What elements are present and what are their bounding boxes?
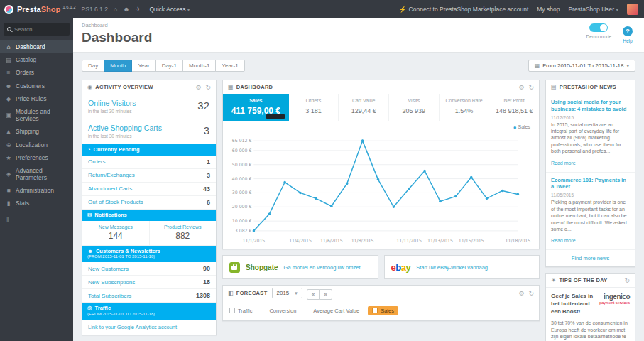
forecast-legend-traffic[interactable]: Traffic	[229, 308, 252, 314]
sidebar-item-orders[interactable]: ≡Orders	[0, 66, 73, 79]
read-more-link[interactable]: Read more	[551, 161, 576, 166]
news-article-title[interactable]: Using social media for your business: 4 …	[551, 99, 630, 113]
forecast-year-select[interactable]: 2015▾	[272, 288, 302, 298]
topbar: PrestaShop 1.6.1.2 PS1.6.1.2 ⌂ ☻ ✈ Quick…	[0, 0, 644, 18]
sidebar-item-price-rules[interactable]: ◆Price Rules	[0, 92, 73, 105]
refresh-icon[interactable]: ↻	[528, 290, 534, 297]
read-more-link[interactable]: Read more	[551, 238, 576, 243]
profile-icon[interactable]: ☻	[123, 6, 129, 13]
sidebar-item-dashboard[interactable]: ⌂Dashboard	[0, 40, 73, 53]
sidebar-item-advanced-parameters[interactable]: ◈Advanced Parameters	[0, 164, 73, 184]
date-filter-bar: Day Month Year Day-1 Month-1 Year-1 ▦ Fr…	[73, 53, 644, 72]
demo-mode-toggle[interactable]: Demo mode	[586, 23, 611, 43]
news-icon: ▤	[551, 84, 557, 90]
quick-access-menu[interactable]: Quick Access ▾	[149, 6, 190, 13]
pending-row-out-of-stock[interactable]: Out of Stock Products6	[82, 196, 216, 210]
date-range-picker[interactable]: ▦ From 2015-11-01 To 2015-11-18 ▾	[528, 60, 635, 72]
svg-text:20 000 €: 20 000 €	[232, 204, 252, 209]
product-reviews-cell[interactable]: Product Reviews 882	[149, 221, 217, 245]
gear-icon[interactable]: ⚙	[518, 290, 524, 297]
plug-icon: ⚡	[399, 6, 407, 13]
forecast-legend-average-cart-value[interactable]: Average Cart Value	[305, 308, 359, 314]
store-icon[interactable]: ⌂	[114, 6, 117, 13]
find-more-news-link[interactable]: Find more news	[546, 250, 635, 266]
sidebar-item-modules[interactable]: ▣Modules and Services	[0, 105, 73, 125]
range-year-button[interactable]: Year	[131, 60, 155, 72]
new-messages-cell[interactable]: New Messages 144	[82, 221, 149, 245]
sidebar-item-label: Modules and Services	[16, 108, 68, 122]
pending-row-returns[interactable]: Return/Exchanges3	[82, 169, 216, 183]
kpi-conversion-rate[interactable]: Conversion Rate 1.54%	[440, 94, 490, 121]
collapse-menu-icon[interactable]: ‖	[0, 210, 73, 229]
chart-legend-dot: ●	[513, 124, 517, 131]
kpi-sales[interactable]: Sales 411 759,00 €	[223, 94, 289, 121]
sidebar-item-stats[interactable]: ▮Stats	[0, 197, 73, 210]
ebay-promo-link[interactable]: Start uw eBay-winkel vandaag	[416, 264, 488, 271]
tip-headline: Geef je Sales in het buitenland een Boos…	[551, 293, 595, 315]
forecast-legend-conversion[interactable]: Conversion	[261, 308, 296, 314]
news-article: Ecommerce 101: Payments in a Tweet 11/05…	[546, 173, 635, 251]
range-button-group: Day Month Year Day-1 Month-1 Year-1	[82, 60, 245, 72]
forecast-next-button[interactable]: »	[319, 289, 332, 300]
pending-row-orders[interactable]: Orders1	[82, 156, 216, 169]
sidebar-item-localization[interactable]: ⊕Localization	[0, 139, 73, 151]
toggle-switch[interactable]	[589, 23, 608, 32]
forecast-legend-sales[interactable]: Sales	[368, 306, 398, 315]
pending-row-abandoned-carts[interactable]: Abandoned Carts43	[82, 183, 216, 196]
user-menu[interactable]: PrestaShop User ▾	[568, 6, 618, 13]
help-icon[interactable]: ?	[623, 26, 633, 36]
news-article-title[interactable]: Ecommerce 101: Payments in a Tweet	[551, 177, 630, 191]
refresh-icon[interactable]: ↻	[624, 277, 630, 284]
range-month-1-button[interactable]: Month-1	[182, 60, 216, 72]
svg-text:50 000 €: 50 000 €	[232, 162, 252, 167]
sun-icon: ☀	[551, 277, 556, 283]
gear-icon[interactable]: ⚙	[195, 84, 201, 91]
sidebar-item-administration[interactable]: ■Administration	[0, 184, 73, 197]
gear-icon[interactable]: ⚙	[518, 84, 524, 91]
chevron-down-icon: ▾	[187, 7, 190, 12]
activity-icon: ◉	[87, 84, 92, 90]
kpi-orders[interactable]: Orders 3 181	[289, 94, 339, 121]
kpi-row: Sales 411 759,00 € Orders 3 181 Cart Val…	[223, 94, 539, 121]
sidebar-item-label: Preferences	[16, 154, 48, 161]
kpi-cart-value[interactable]: Cart Value 129,44 €	[339, 94, 389, 121]
main-content: Dashboard Dashboard Demo mode ? Help Day…	[73, 18, 644, 341]
range-month-button[interactable]: Month	[104, 60, 132, 72]
chevron-down-icon: ▾	[616, 7, 618, 12]
svg-text:40 000 €: 40 000 €	[232, 176, 252, 181]
checkbox-icon	[305, 308, 310, 313]
sidebar-item-customers[interactable]: ☻Customers	[0, 80, 73, 92]
dashboard-icon: ⌂	[5, 43, 12, 50]
sidebar-item-shipping[interactable]: ▲Shipping	[0, 125, 73, 138]
user-avatar[interactable]	[627, 4, 638, 15]
range-year-1-button[interactable]: Year-1	[215, 60, 244, 72]
active-carts-value: 3	[204, 124, 209, 136]
range-day-button[interactable]: Day	[82, 60, 104, 72]
row-total-subscribers[interactable]: Total Subscribers1308	[82, 289, 216, 303]
price-rules-icon: ◆	[5, 95, 12, 102]
news-panel-title: ▤PrestaShop News	[551, 84, 616, 90]
sidebar-item-catalog[interactable]: ▤Catalog	[0, 53, 73, 66]
breadcrumb: Dashboard	[82, 22, 635, 28]
row-new-customers[interactable]: New Customers90	[82, 262, 216, 276]
row-new-subscriptions[interactable]: New Subscriptions18	[82, 276, 216, 289]
search-input[interactable]	[14, 26, 66, 33]
kpi-net-profit[interactable]: Net Profit 148 918,51 €	[489, 94, 539, 121]
forecast-prev-button[interactable]: «	[307, 289, 320, 300]
shopgate-promo-link[interactable]: Ga mobiel en verhoog uw omzet	[284, 264, 361, 271]
range-day-1-button[interactable]: Day-1	[155, 60, 183, 72]
online-visitors-block: Online Visitors in the last 30 minutes 3…	[82, 94, 216, 119]
kpi-visits[interactable]: Visits 205 939	[389, 94, 440, 121]
plane-icon[interactable]: ✈	[136, 6, 141, 13]
google-analytics-link[interactable]: Link to your Google Analytics account	[82, 320, 216, 335]
connect-marketplace-link[interactable]: ⚡Connect to PrestaShop Marketplace accou…	[399, 6, 528, 13]
chart-legend-label: Sales	[518, 124, 530, 129]
ebay-logo: ebay	[391, 262, 411, 273]
catalog-icon: ▤	[5, 56, 12, 63]
chevron-down-icon: ▾	[295, 291, 298, 296]
my-shop-link[interactable]: My shop	[537, 6, 560, 13]
refresh-icon[interactable]: ↻	[528, 84, 534, 91]
sidebar-item-preferences[interactable]: ★Preferences	[0, 151, 73, 164]
help-button[interactable]: ? Help	[623, 23, 633, 43]
refresh-icon[interactable]: ↻	[205, 84, 211, 91]
